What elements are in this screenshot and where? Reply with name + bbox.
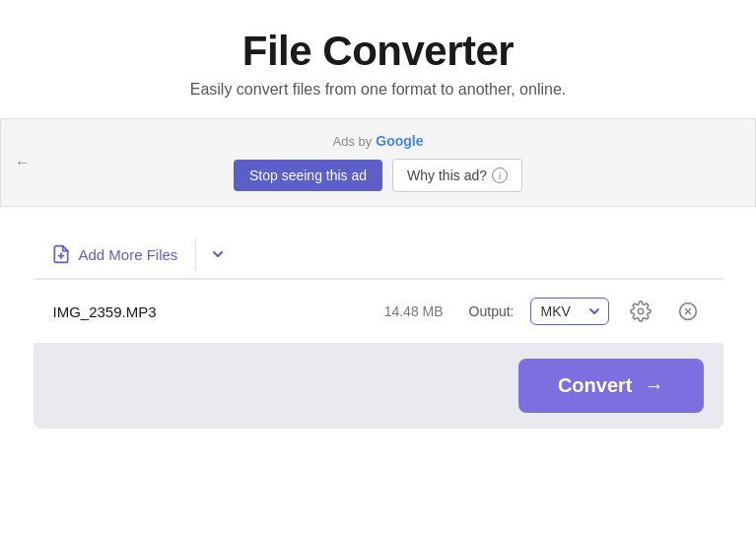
- header: File Converter Easily convert files from…: [0, 0, 756, 108]
- convert-arrow-icon: →: [645, 374, 664, 397]
- file-row: IMG_2359.MP3 14.48 MB Output: MKV: [34, 280, 723, 343]
- add-files-label: Add More Files: [79, 246, 178, 263]
- convert-label: Convert: [558, 374, 633, 397]
- page-title: File Converter: [20, 28, 736, 75]
- gear-icon: [630, 301, 652, 322]
- google-logo: Google: [376, 133, 423, 149]
- dropdown-arrow-button[interactable]: [196, 231, 240, 278]
- convert-row: Convert →: [34, 343, 723, 429]
- page-subtitle: Easily convert files from one format to …: [20, 81, 736, 99]
- toolbar-row: Add More Files: [34, 231, 723, 280]
- back-arrow-icon[interactable]: ←: [15, 154, 31, 171]
- file-name: IMG_2359.MP3: [53, 303, 349, 320]
- output-format-select[interactable]: MKV: [530, 298, 609, 325]
- convert-button[interactable]: Convert →: [518, 359, 704, 413]
- remove-file-button[interactable]: [672, 296, 704, 327]
- settings-button[interactable]: [625, 296, 656, 327]
- select-chevron-icon: [588, 305, 600, 317]
- add-files-button[interactable]: Add More Files: [34, 231, 196, 278]
- ads-by-label: Ads by Google: [333, 133, 424, 149]
- output-label: Output:: [469, 303, 515, 319]
- close-icon: [678, 301, 698, 321]
- file-size: 14.48 MB: [365, 303, 444, 319]
- ad-actions: Stop seeing this ad Why this ad? i: [234, 159, 522, 192]
- why-this-ad-label: Why this ad?: [407, 167, 487, 183]
- svg-point-2: [638, 308, 644, 314]
- output-format-value: MKV: [541, 303, 571, 319]
- add-file-icon: [51, 244, 71, 264]
- chevron-down-icon: [210, 246, 226, 262]
- ad-banner: ← Ads by Google Stop seeing this ad Why …: [0, 118, 756, 207]
- info-icon: i: [492, 167, 508, 183]
- stop-seeing-button[interactable]: Stop seeing this ad: [234, 160, 382, 191]
- converter-box: Add More Files IMG_2359.MP3 14.48 MB Out…: [34, 231, 723, 429]
- why-this-ad-button[interactable]: Why this ad? i: [392, 159, 522, 192]
- ads-by-text: Ads by: [333, 134, 373, 149]
